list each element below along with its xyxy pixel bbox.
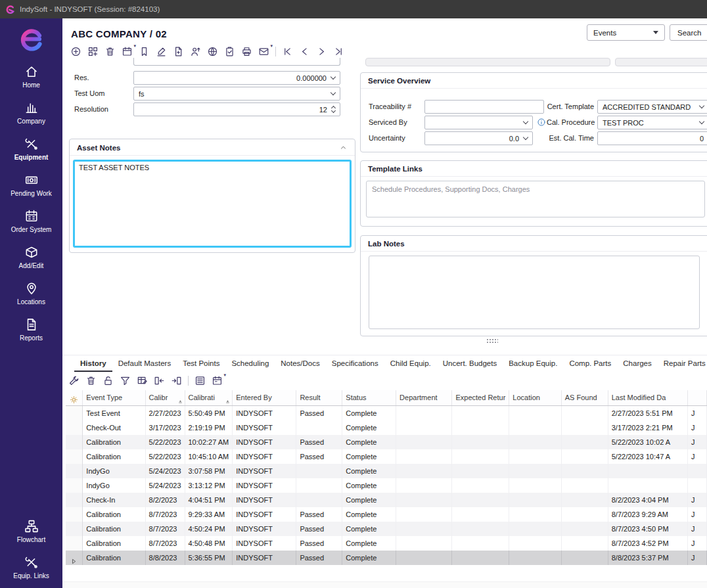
globe-check-icon[interactable] [207, 46, 218, 57]
tab-specifications[interactable]: Specifications [326, 356, 384, 372]
grid-header-expected-retur[interactable]: Expected Retur [452, 390, 509, 406]
calendar-edit-icon[interactable] [212, 375, 223, 386]
sidebar-item-locations[interactable]: Locations [0, 275, 62, 311]
grid-header-options[interactable] [66, 390, 83, 406]
grid-add-icon[interactable] [87, 46, 99, 57]
uncertainty-input[interactable]: 0.0 [424, 131, 533, 145]
table-edit-icon[interactable] [137, 375, 148, 386]
history-row[interactable]: Calibration8/7/20239:29:33 AMINDYSOFTPas… [66, 507, 707, 522]
sidebar-item-pending-work[interactable]: Pending Work [0, 167, 62, 203]
grid-header-last-modified-da[interactable]: Last Modified Da [608, 390, 687, 406]
template-links-box[interactable]: Schedule Procedures, Supporting Docs, Ch… [366, 181, 705, 217]
import-right-icon[interactable] [171, 375, 182, 386]
events-dropdown[interactable]: Events [587, 24, 665, 41]
grid-header-entered-by[interactable]: Entered By [233, 390, 296, 406]
cal-procedure-dropdown[interactable]: TEST PROC [597, 116, 707, 129]
add-icon[interactable] [70, 46, 81, 57]
clipped-input[interactable] [133, 58, 340, 66]
nav-next-icon[interactable] [316, 46, 327, 57]
import-left-icon[interactable] [154, 375, 165, 386]
mail-icon[interactable] [258, 46, 269, 57]
spinner-down-icon[interactable] [331, 108, 336, 113]
row-gutter[interactable] [66, 522, 83, 536]
template-links-text[interactable]: Schedule Procedures, Supporting Docs, Ch… [372, 185, 530, 193]
tab-child-equip[interactable]: Child Equip. [384, 356, 437, 372]
sidebar-item-equip-links[interactable]: Equip. Links [0, 549, 62, 585]
tools-icon[interactable] [68, 375, 80, 386]
bookmark-icon[interactable] [139, 46, 150, 57]
tab-scheduling[interactable]: Scheduling [225, 356, 275, 372]
grid-header-calibr[interactable]: Calibr [145, 390, 185, 406]
delete-icon[interactable] [104, 46, 116, 57]
grid-header-location[interactable]: Location [509, 390, 561, 406]
grid-header-result[interactable]: Result [296, 390, 342, 406]
history-row[interactable]: IndyGo5/24/20233:07:58 PMINDYSOFTComplet… [66, 464, 707, 478]
tab-history[interactable]: History [74, 356, 112, 372]
row-gutter[interactable] [66, 507, 83, 522]
info-icon[interactable] [537, 118, 546, 127]
row-gutter[interactable] [66, 406, 83, 421]
edit-icon[interactable] [156, 46, 167, 57]
sidebar-item-company[interactable]: Company [0, 95, 62, 131]
history-row[interactable]: Calibration8/7/20234:50:48 PMINDYSOFTPas… [66, 536, 707, 551]
print-icon[interactable] [241, 46, 252, 57]
grid-header-event-type[interactable]: Event Type [83, 390, 145, 406]
tab-uncert-budgets[interactable]: Uncert. Budgets [437, 356, 503, 372]
event-calendar-icon[interactable] [122, 46, 133, 57]
resolution-input[interactable]: 12 [133, 102, 340, 116]
row-gutter[interactable] [66, 551, 83, 565]
history-row[interactable]: Check-Out3/17/20232:19:19 PMINDYSOFTComp… [66, 420, 707, 435]
grid-header-calibrati[interactable]: Calibrati [185, 390, 233, 406]
lab-notes-textarea[interactable] [369, 256, 700, 329]
row-gutter[interactable] [66, 464, 83, 478]
delete-icon[interactable] [85, 375, 97, 386]
tab-default-masters[interactable]: Default Masters [112, 356, 177, 372]
row-gutter[interactable] [66, 493, 83, 507]
row-gutter[interactable] [66, 435, 83, 449]
sidebar-item-equipment[interactable]: Equipment [0, 131, 62, 167]
grid-header-as-found[interactable]: AS Found [561, 390, 608, 406]
tab-backup-equip[interactable]: Backup Equip. [503, 356, 563, 372]
tab-notes-docs[interactable]: Notes/Docs [275, 356, 325, 372]
cert-template-dropdown[interactable]: ACCREDITED STANDARD [597, 100, 707, 114]
history-row[interactable]: IndyGo5/24/20233:13:12 PMINDYSOFTComplet… [66, 478, 707, 493]
res-input[interactable]: 0.000000 [133, 71, 340, 85]
row-gutter[interactable] [66, 478, 83, 493]
grid-header-col-12[interactable] [688, 390, 707, 406]
clipboard-check-icon[interactable] [224, 46, 235, 57]
row-gutter[interactable] [66, 449, 83, 464]
tab-charges[interactable]: Charges [617, 356, 657, 372]
collapse-chevron-icon[interactable] [339, 143, 348, 152]
tab-test-points[interactable]: Test Points [177, 356, 225, 372]
filter-icon[interactable] [120, 375, 131, 386]
unlock-icon[interactable] [103, 375, 114, 386]
spinner-icon[interactable] [332, 106, 335, 112]
test-uom-input[interactable]: fs [133, 87, 340, 101]
sidebar-item-home[interactable]: Home [0, 58, 62, 95]
sidebar-item-order-system[interactable]: Order System [0, 203, 62, 239]
tab-repair-parts[interactable]: Repair Parts [658, 356, 707, 372]
user-upload-icon[interactable] [190, 46, 201, 57]
document-add-icon[interactable] [173, 46, 184, 57]
grid-header-status[interactable]: Status [342, 390, 396, 406]
sidebar-item-flowchart[interactable]: Flowchart [0, 513, 62, 549]
splitter-grip[interactable] [486, 338, 498, 343]
history-row[interactable]: Calibration5/22/202310:45:10 AMINDYSOFTP… [66, 449, 707, 464]
nav-last-icon[interactable] [333, 46, 344, 57]
list-view-icon[interactable] [194, 375, 206, 386]
tab-comp-parts[interactable]: Comp. Parts [563, 356, 617, 372]
nav-prev-icon[interactable] [299, 46, 310, 57]
nav-first-icon[interactable] [282, 46, 293, 57]
history-row[interactable]: Calibration8/8/20235:36:55 PMINDYSOFTPas… [66, 551, 707, 565]
sidebar-item-reports[interactable]: Reports [0, 311, 62, 348]
history-row[interactable]: Calibration8/7/20234:50:24 PMINDYSOFTPas… [66, 522, 707, 536]
history-row[interactable]: Test Event2/27/20235:50:49 PMINDYSOFTPas… [66, 406, 707, 421]
sidebar-item-add-edit[interactable]: Add/Edit [0, 239, 62, 275]
search-button[interactable]: Search [670, 24, 707, 41]
history-row[interactable]: Check-In8/2/20234:04:51 PMINDYSOFTComple… [66, 493, 707, 507]
est-cal-time-input[interactable]: 0 [597, 131, 707, 145]
row-gutter[interactable] [66, 536, 83, 551]
asset-notes-textarea[interactable]: TEST ASSET NOTES [73, 160, 352, 248]
history-row[interactable]: Calibration5/22/202310:02:27 AMINDYSOFTP… [66, 435, 707, 449]
grid-header-department[interactable]: Department [396, 390, 452, 406]
